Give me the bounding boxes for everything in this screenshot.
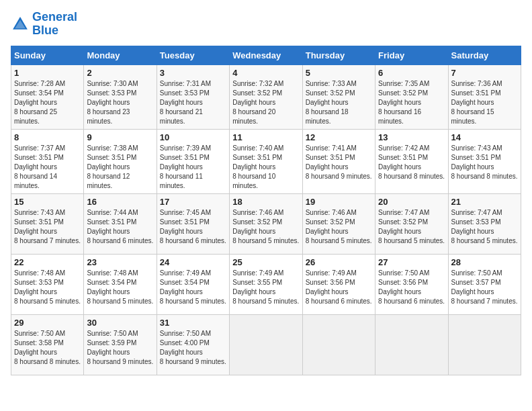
calendar-cell: 17 Sunrise: 7:45 AMSunset: 3:51 PMDaylig…	[157, 193, 229, 254]
calendar-cell: 5 Sunrise: 7:33 AMSunset: 3:52 PMDayligh…	[302, 64, 375, 129]
day-info: Sunrise: 7:44 AMSunset: 3:51 PMDaylight …	[87, 208, 153, 246]
day-number: 21	[451, 197, 518, 207]
day-number: 20	[378, 197, 445, 207]
day-number: 30	[87, 318, 153, 328]
calendar-cell: 24 Sunrise: 7:49 AMSunset: 3:54 PMDaylig…	[157, 254, 229, 314]
calendar-cell: 15 Sunrise: 7:43 AMSunset: 3:51 PMDaylig…	[11, 193, 84, 254]
day-number: 11	[232, 132, 299, 142]
day-info: Sunrise: 7:46 AMSunset: 3:52 PMDaylight …	[232, 208, 299, 246]
calendar-cell	[230, 314, 302, 375]
calendar-cell: 29 Sunrise: 7:50 AMSunset: 3:58 PMDaylig…	[11, 314, 84, 375]
day-number: 6	[378, 68, 445, 78]
calendar-cell: 9 Sunrise: 7:38 AMSunset: 3:51 PMDayligh…	[84, 129, 157, 193]
day-info: Sunrise: 7:39 AMSunset: 3:51 PMDaylight …	[160, 144, 226, 191]
calendar-cell: 1 Sunrise: 7:28 AMSunset: 3:54 PMDayligh…	[11, 64, 84, 129]
dow-header: Wednesday	[230, 46, 302, 64]
calendar-cell: 6 Sunrise: 7:35 AMSunset: 3:52 PMDayligh…	[375, 64, 448, 129]
day-number: 24	[160, 257, 226, 267]
calendar-week-row: 15 Sunrise: 7:43 AMSunset: 3:51 PMDaylig…	[11, 193, 521, 254]
calendar-cell	[448, 314, 521, 375]
calendar-cell: 18 Sunrise: 7:46 AMSunset: 3:52 PMDaylig…	[230, 193, 302, 254]
day-number: 9	[87, 132, 153, 142]
day-info: Sunrise: 7:50 AMSunset: 3:58 PMDaylight …	[14, 329, 81, 367]
days-of-week-row: SundayMondayTuesdayWednesdayThursdayFrid…	[11, 46, 521, 64]
calendar-cell: 30 Sunrise: 7:50 AMSunset: 3:59 PMDaylig…	[84, 314, 157, 375]
day-info: Sunrise: 7:41 AMSunset: 3:51 PMDaylight …	[306, 144, 372, 181]
calendar-cell: 20 Sunrise: 7:47 AMSunset: 3:52 PMDaylig…	[375, 193, 448, 254]
calendar-cell: 22 Sunrise: 7:48 AMSunset: 3:53 PMDaylig…	[11, 254, 84, 314]
calendar-cell	[302, 314, 375, 375]
day-info: Sunrise: 7:46 AMSunset: 3:52 PMDaylight …	[306, 208, 372, 246]
day-number: 4	[232, 68, 299, 78]
day-info: Sunrise: 7:49 AMSunset: 3:56 PMDaylight …	[306, 269, 372, 306]
calendar-cell: 12 Sunrise: 7:41 AMSunset: 3:51 PMDaylig…	[302, 129, 375, 193]
day-info: Sunrise: 7:48 AMSunset: 3:54 PMDaylight …	[87, 269, 153, 306]
day-info: Sunrise: 7:49 AMSunset: 3:54 PMDaylight …	[160, 269, 226, 306]
day-info: Sunrise: 7:42 AMSunset: 3:51 PMDaylight …	[378, 144, 445, 181]
day-info: Sunrise: 7:50 AMSunset: 3:59 PMDaylight …	[87, 329, 153, 367]
day-number: 13	[378, 132, 445, 142]
dow-header: Thursday	[302, 46, 375, 64]
logo-icon	[11, 15, 30, 34]
calendar-cell: 4 Sunrise: 7:32 AMSunset: 3:52 PMDayligh…	[230, 64, 302, 129]
calendar-week-row: 1 Sunrise: 7:28 AMSunset: 3:54 PMDayligh…	[11, 64, 521, 129]
day-number: 29	[14, 318, 81, 328]
day-number: 17	[160, 197, 226, 207]
calendar-cell: 8 Sunrise: 7:37 AMSunset: 3:51 PMDayligh…	[11, 129, 84, 193]
calendar-cell: 21 Sunrise: 7:47 AMSunset: 3:53 PMDaylig…	[448, 193, 521, 254]
calendar-week-row: 29 Sunrise: 7:50 AMSunset: 3:58 PMDaylig…	[11, 314, 521, 375]
day-number: 14	[451, 132, 518, 142]
day-info: Sunrise: 7:50 AMSunset: 4:00 PMDaylight …	[160, 329, 226, 367]
dow-header: Saturday	[448, 46, 521, 64]
calendar-week-row: 22 Sunrise: 7:48 AMSunset: 3:53 PMDaylig…	[11, 254, 521, 314]
calendar-cell: 11 Sunrise: 7:40 AMSunset: 3:51 PMDaylig…	[230, 129, 302, 193]
calendar-table: SundayMondayTuesdayWednesdayThursdayFrid…	[11, 46, 521, 375]
day-number: 1	[14, 68, 81, 78]
day-info: Sunrise: 7:49 AMSunset: 3:55 PMDaylight …	[232, 269, 299, 306]
day-number: 15	[14, 197, 81, 207]
day-info: Sunrise: 7:30 AMSunset: 3:53 PMDaylight …	[87, 79, 153, 126]
calendar-cell: 16 Sunrise: 7:44 AMSunset: 3:51 PMDaylig…	[84, 193, 157, 254]
day-number: 25	[232, 257, 299, 267]
day-info: Sunrise: 7:50 AMSunset: 3:56 PMDaylight …	[378, 269, 445, 306]
day-number: 27	[378, 257, 445, 267]
calendar-cell: 2 Sunrise: 7:30 AMSunset: 3:53 PMDayligh…	[84, 64, 157, 129]
day-number: 7	[451, 68, 518, 78]
day-number: 2	[87, 68, 153, 78]
calendar-cell: 19 Sunrise: 7:46 AMSunset: 3:52 PMDaylig…	[302, 193, 375, 254]
calendar-cell: 14 Sunrise: 7:43 AMSunset: 3:51 PMDaylig…	[448, 129, 521, 193]
calendar-cell: 23 Sunrise: 7:48 AMSunset: 3:54 PMDaylig…	[84, 254, 157, 314]
day-info: Sunrise: 7:31 AMSunset: 3:53 PMDaylight …	[160, 79, 226, 126]
day-info: Sunrise: 7:45 AMSunset: 3:51 PMDaylight …	[160, 208, 226, 246]
day-number: 31	[160, 318, 226, 328]
calendar-cell	[375, 314, 448, 375]
day-number: 19	[306, 197, 372, 207]
day-number: 5	[306, 68, 372, 78]
day-info: Sunrise: 7:50 AMSunset: 3:57 PMDaylight …	[451, 269, 518, 306]
day-number: 23	[87, 257, 153, 267]
day-info: Sunrise: 7:33 AMSunset: 3:52 PMDaylight …	[306, 79, 372, 126]
day-number: 8	[14, 132, 81, 142]
dow-header: Monday	[84, 46, 157, 64]
logo: General Blue	[11, 11, 77, 38]
day-number: 10	[160, 132, 226, 142]
day-info: Sunrise: 7:43 AMSunset: 3:51 PMDaylight …	[451, 144, 518, 181]
day-info: Sunrise: 7:35 AMSunset: 3:52 PMDaylight …	[378, 79, 445, 126]
day-info: Sunrise: 7:32 AMSunset: 3:52 PMDaylight …	[232, 79, 299, 126]
calendar-cell: 3 Sunrise: 7:31 AMSunset: 3:53 PMDayligh…	[157, 64, 229, 129]
day-info: Sunrise: 7:40 AMSunset: 3:51 PMDaylight …	[232, 144, 299, 191]
calendar-cell: 31 Sunrise: 7:50 AMSunset: 4:00 PMDaylig…	[157, 314, 229, 375]
dow-header: Friday	[375, 46, 448, 64]
calendar-cell: 7 Sunrise: 7:36 AMSunset: 3:51 PMDayligh…	[448, 64, 521, 129]
day-number: 28	[451, 257, 518, 267]
calendar-cell: 25 Sunrise: 7:49 AMSunset: 3:55 PMDaylig…	[230, 254, 302, 314]
calendar-cell: 10 Sunrise: 7:39 AMSunset: 3:51 PMDaylig…	[157, 129, 229, 193]
day-info: Sunrise: 7:47 AMSunset: 3:52 PMDaylight …	[378, 208, 445, 246]
day-number: 16	[87, 197, 153, 207]
calendar-cell: 13 Sunrise: 7:42 AMSunset: 3:51 PMDaylig…	[375, 129, 448, 193]
calendar-cell: 26 Sunrise: 7:49 AMSunset: 3:56 PMDaylig…	[302, 254, 375, 314]
day-number: 3	[160, 68, 226, 78]
calendar-cell: 27 Sunrise: 7:50 AMSunset: 3:56 PMDaylig…	[375, 254, 448, 314]
day-info: Sunrise: 7:47 AMSunset: 3:53 PMDaylight …	[451, 208, 518, 246]
dow-header: Sunday	[11, 46, 84, 64]
